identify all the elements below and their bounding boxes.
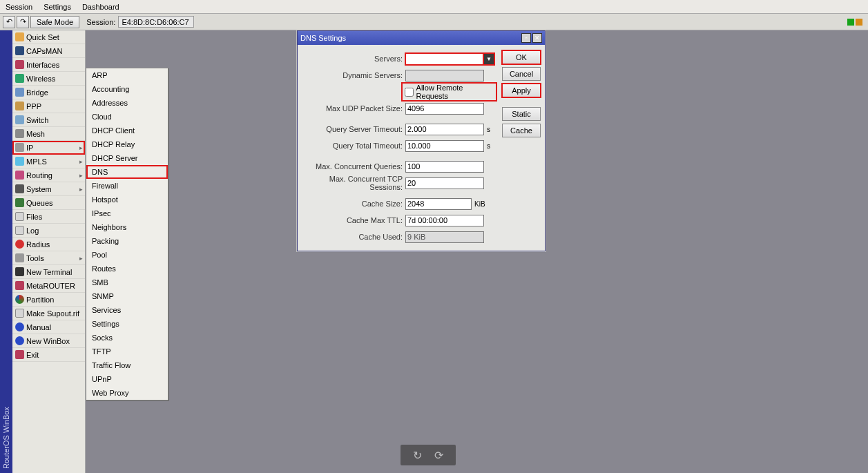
cache-size-input[interactable]	[405, 198, 472, 210]
sidebar-item-mpls[interactable]: MPLS▸	[12, 155, 85, 168]
sidebar-item-label: Wireless	[26, 75, 55, 83]
submenu-item-tftp[interactable]: TFTP	[86, 345, 168, 358]
cache-max-ttl-input[interactable]	[405, 215, 484, 226]
manual-icon	[15, 322, 24, 331]
sidebar-item-interfaces[interactable]: Interfaces	[12, 58, 85, 72]
submenu-item-arp[interactable]: ARP	[86, 68, 168, 82]
sidebar-item-manual[interactable]: Manual	[12, 320, 85, 334]
sidebar-item-label: New Terminal	[26, 268, 72, 276]
dialog-titlebar[interactable]: DNS Settings ▫ ✕	[298, 31, 545, 45]
submenu-item-neighbors[interactable]: Neighbors	[86, 220, 168, 234]
brand-label: RouterOS WinBox	[0, 30, 12, 473]
submenu-item-socks[interactable]: Socks	[86, 331, 168, 345]
submenu-item-dhcp-client[interactable]: DHCP Client	[86, 124, 168, 137]
servers-dropdown-icon[interactable]: ▼	[483, 53, 494, 65]
sidebar-item-capsman[interactable]: CAPsMAN	[12, 44, 85, 58]
queues-icon	[15, 198, 24, 207]
routing-icon	[15, 171, 24, 180]
max-conc-tcp-input[interactable]	[405, 177, 484, 189]
submenu-item-dhcp-relay[interactable]: DHCP Relay	[86, 137, 168, 151]
servers-input[interactable]	[405, 53, 484, 65]
status-icons	[847, 19, 865, 26]
sidebar-item-wireless[interactable]: Wireless	[12, 72, 85, 86]
query-server-timeout-input[interactable]	[405, 124, 484, 135]
query-total-timeout-input[interactable]	[405, 140, 484, 152]
menu-session[interactable]: Session	[0, 1, 38, 12]
submenu-item-web-proxy[interactable]: Web Proxy	[86, 386, 168, 400]
minimize-icon[interactable]: ▫	[521, 33, 531, 43]
submenu-item-packing[interactable]: Packing	[86, 234, 168, 248]
sidebar-item-label: Make Supout.rif	[26, 309, 79, 318]
sidebar-item-label: Radius	[26, 240, 50, 249]
submenu-item-services[interactable]: Services	[86, 303, 168, 317]
sidebar-item-label: Mesh	[26, 130, 45, 138]
close-icon[interactable]: ✕	[532, 33, 542, 43]
refresh-icon[interactable]: ↻	[413, 449, 422, 462]
submenu-item-ipsec[interactable]: IPsec	[86, 206, 168, 220]
submenu-item-dns[interactable]: DNS	[86, 165, 168, 179]
apply-button[interactable]: Apply	[502, 84, 541, 97]
undo-button[interactable]: ↶	[3, 16, 15, 28]
reload-icon[interactable]: ⟳	[434, 449, 443, 462]
sidebar-item-label: Quick Set	[26, 33, 59, 41]
sidebar-item-label: Switch	[26, 116, 48, 124]
submenu-item-firewall[interactable]: Firewall	[86, 179, 168, 193]
query-total-timeout-label: Query Total Timeout:	[302, 142, 405, 150]
submenu-item-routes[interactable]: Routes	[86, 262, 168, 276]
sidebar-item-tools[interactable]: Tools▸	[12, 251, 85, 265]
safe-mode-button[interactable]: Safe Mode	[30, 16, 79, 28]
cache-button[interactable]: Cache	[502, 124, 541, 137]
sidebar-item-partition[interactable]: Partition	[12, 293, 85, 307]
sidebar-item-make-supout-rif[interactable]: Make Supout.rif	[12, 307, 85, 320]
session-value: E4:8D:8C:D6:06:C7	[118, 16, 194, 28]
sidebar-item-system[interactable]: System▸	[12, 182, 85, 196]
submenu-item-traffic-flow[interactable]: Traffic Flow	[86, 358, 168, 372]
sidebar-item-routing[interactable]: Routing▸	[12, 168, 85, 182]
cancel-button[interactable]: Cancel	[502, 67, 541, 81]
allow-remote-requests-checkbox[interactable]	[405, 88, 414, 97]
session-label: Session:	[86, 18, 115, 26]
sidebar-item-ppp[interactable]: PPP	[12, 99, 85, 113]
sidebar-item-label: Log	[26, 226, 39, 235]
submenu-item-accounting[interactable]: Accounting	[86, 82, 168, 96]
max-udp-label: Max UDP Packet Size:	[302, 104, 405, 113]
sidebar-item-label: Tools	[26, 254, 44, 262]
sidebar-item-radius[interactable]: Radius	[12, 238, 85, 251]
files-icon	[15, 212, 24, 221]
cache-max-ttl-label: Cache Max TTL:	[302, 216, 405, 224]
sidebar-item-metarouter[interactable]: MetaROUTER	[12, 279, 85, 293]
redo-button[interactable]: ↷	[17, 16, 29, 28]
ip-icon	[15, 143, 24, 152]
submenu-item-settings[interactable]: Settings	[86, 317, 168, 331]
sidebar-item-bridge[interactable]: Bridge	[12, 86, 85, 99]
sidebar-item-queues[interactable]: Queues	[12, 196, 85, 210]
radius-icon	[15, 240, 24, 249]
submenu-item-snmp[interactable]: SNMP	[86, 289, 168, 303]
sidebar-item-files[interactable]: Files	[12, 210, 85, 224]
max-udp-input[interactable]	[405, 103, 484, 115]
sidebar-item-new-terminal[interactable]: New Terminal	[12, 265, 85, 279]
max-conc-queries-input[interactable]	[405, 161, 484, 173]
sidebar-item-mesh[interactable]: Mesh	[12, 127, 85, 141]
submenu-item-upnp[interactable]: UPnP	[86, 372, 168, 386]
sidebar-item-exit[interactable]: Exit	[12, 348, 85, 362]
submenu-item-cloud[interactable]: Cloud	[86, 110, 168, 124]
menu-settings[interactable]: Settings	[38, 1, 77, 12]
sidebar-item-new-winbox[interactable]: New WinBox	[12, 334, 85, 348]
status-lock-icon	[856, 19, 862, 26]
sidebar-item-label: Interfaces	[26, 61, 59, 69]
sidebar-item-quick-set[interactable]: Quick Set	[12, 30, 85, 44]
submenu-item-dhcp-server[interactable]: DHCP Server	[86, 151, 168, 165]
submenu-item-pool[interactable]: Pool	[86, 248, 168, 262]
quick-set-icon	[15, 32, 24, 41]
menu-dashboard[interactable]: Dashboard	[77, 1, 125, 12]
sidebar-item-switch[interactable]: Switch	[12, 113, 85, 127]
sidebar-item-log[interactable]: Log	[12, 224, 85, 238]
static-button[interactable]: Static	[502, 107, 541, 121]
ok-button[interactable]: OK	[502, 50, 541, 64]
submenu-item-smb[interactable]: SMB	[86, 276, 168, 289]
submenu-item-addresses[interactable]: Addresses	[86, 96, 168, 110]
interfaces-icon	[15, 60, 24, 69]
submenu-item-hotspot[interactable]: Hotspot	[86, 193, 168, 206]
sidebar-item-ip[interactable]: IP▸	[12, 141, 85, 155]
